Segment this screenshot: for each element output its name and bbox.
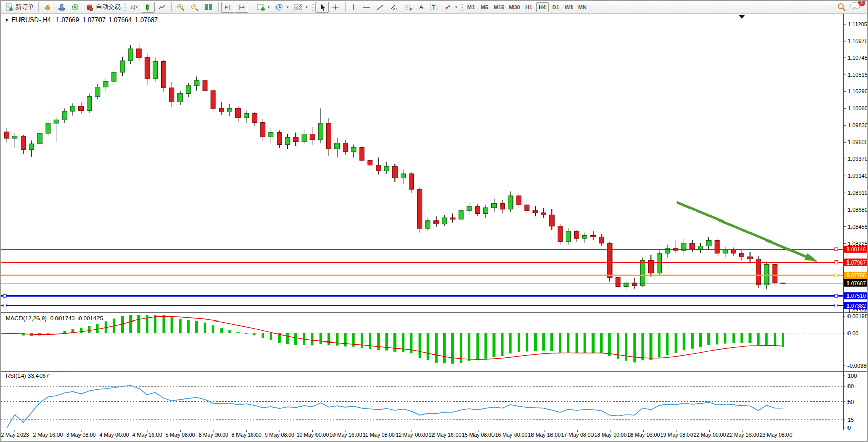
macd-histogram-bar	[649, 333, 652, 360]
text-button[interactable]: A	[416, 2, 427, 13]
templates-button[interactable]: ▼	[292, 2, 310, 13]
timeframe-mn-button[interactable]: MN	[576, 2, 589, 12]
auto-scroll-button[interactable]	[221, 2, 234, 13]
line-handle[interactable]	[3, 304, 6, 307]
macd-histogram-bar	[518, 333, 520, 352]
macd-signal-line	[1, 316, 783, 359]
macd-histogram-bar	[137, 315, 140, 333]
gold-ornament-button[interactable]	[42, 2, 55, 13]
macd-histogram-bar	[749, 333, 752, 343]
candle-bullish	[244, 113, 249, 118]
timeframe-m1-button[interactable]: M1	[465, 2, 478, 12]
time-tick-label: 10 May 16:00	[329, 432, 362, 438]
candle-bearish	[79, 106, 84, 111]
candle-bearish	[690, 243, 695, 249]
chart-shift-marker[interactable]	[739, 15, 745, 19]
chart-canvas[interactable]: 1.112051.109751.107451.105151.102901.100…	[1, 14, 868, 442]
quote-open: 1.07669	[56, 16, 79, 24]
text-label-button[interactable]: T	[427, 2, 441, 13]
svg-text:F: F	[410, 8, 412, 11]
candle-bearish	[162, 61, 166, 88]
arrows-button[interactable]: ▼	[441, 2, 460, 13]
trend-arrow-head[interactable]	[804, 253, 817, 262]
zoom-out-button[interactable]	[188, 2, 202, 13]
svg-text:E: E	[396, 7, 399, 11]
candle-bullish	[194, 81, 199, 86]
candle-bearish	[211, 91, 215, 108]
chevron-down-icon: ▼	[286, 6, 289, 9]
macd-histogram-bar	[526, 333, 528, 352]
candle-bullish	[426, 221, 430, 228]
search-icon[interactable]	[837, 3, 847, 12]
zoom-out-icon	[190, 3, 200, 11]
bar-chart-button[interactable]	[128, 2, 141, 13]
chart-shift-icon	[237, 3, 246, 11]
candle-bullish	[285, 138, 290, 145]
macd-histogram-bar	[567, 333, 569, 353]
macd-histogram-bar	[63, 331, 66, 333]
candle-bullish	[37, 133, 42, 144]
candle-bearish	[409, 174, 414, 189]
candle-bearish	[235, 108, 240, 118]
trend-arrow-shaft[interactable]	[677, 202, 806, 257]
macd-histogram-bar	[732, 333, 735, 343]
timeframe-h1-button[interactable]: H1	[523, 2, 536, 12]
macd-histogram-bar	[220, 328, 223, 333]
trendline-button[interactable]	[374, 2, 387, 13]
candle-bearish	[599, 237, 604, 243]
candle-bearish	[525, 205, 529, 210]
line-chart-icon	[157, 3, 167, 11]
candle-bearish	[591, 236, 596, 237]
notifications-button[interactable]: 1	[850, 2, 861, 13]
time-tick-label: 12 May 00:00	[396, 432, 428, 438]
macd-histogram-bar	[179, 319, 182, 333]
line-handle[interactable]	[3, 294, 6, 297]
timeframe-m15-button[interactable]: M15	[491, 2, 506, 12]
candle-bearish	[376, 165, 381, 171]
new-order-button[interactable]: 新订单	[3, 2, 36, 13]
macd-histogram-bar	[344, 333, 347, 346]
line-handle[interactable]	[835, 294, 838, 297]
vertical-line-button[interactable]	[348, 2, 360, 13]
line-handle[interactable]	[835, 248, 838, 251]
zoom-in-button[interactable]	[174, 2, 188, 13]
symbol-dropdown-icon[interactable]: ▼	[5, 18, 9, 23]
line-chart-button[interactable]	[155, 2, 169, 13]
level-price-badge-label: 1.07788	[846, 272, 866, 278]
periods-button[interactable]: ▼	[273, 2, 291, 13]
timeframe-w1-button[interactable]: W1	[563, 2, 576, 12]
signal-button[interactable]	[69, 2, 83, 13]
macd-histogram-bar	[319, 333, 322, 344]
macd-histogram-bar	[369, 333, 371, 349]
candle-bearish	[748, 257, 753, 259]
macd-histogram-bar	[592, 333, 595, 353]
profile-chart-button[interactable]	[55, 2, 69, 13]
indicators-button[interactable]: ▼	[254, 2, 272, 13]
chart-shift-button[interactable]	[235, 2, 248, 13]
candlestick-chart-button[interactable]	[142, 2, 155, 13]
macd-histogram-bar	[765, 333, 768, 345]
candle-bullish	[112, 72, 116, 81]
vertical-line-icon	[350, 3, 358, 11]
fibonacci-button[interactable]: F	[402, 2, 415, 13]
time-tick-label: 23 May 08:00	[760, 432, 793, 438]
crosshair-button[interactable]	[329, 2, 343, 13]
tile-windows-button[interactable]	[202, 2, 215, 13]
candle-bearish	[392, 167, 397, 178]
line-handle[interactable]	[835, 274, 838, 277]
macd-histogram-bar	[443, 333, 446, 363]
line-handle[interactable]	[835, 304, 838, 307]
quote-low: 1.07664	[109, 16, 132, 24]
timeframe-m30-button[interactable]: M30	[507, 2, 522, 12]
equidistant-channel-button[interactable]: E	[388, 2, 401, 13]
timeframe-h4-button[interactable]: H4	[536, 2, 549, 12]
cursor-button[interactable]	[315, 2, 329, 13]
timeframe-d1-button[interactable]: D1	[549, 2, 562, 12]
macd-histogram-bar	[228, 330, 231, 333]
macd-histogram-bar	[617, 333, 619, 359]
timeframe-m5-button[interactable]: M5	[478, 2, 491, 12]
line-handle[interactable]	[835, 261, 838, 264]
auto-trading-button[interactable]: 自动交易	[83, 2, 123, 13]
horizontal-line-button[interactable]	[360, 2, 373, 13]
macd-histogram-bar	[608, 333, 611, 356]
